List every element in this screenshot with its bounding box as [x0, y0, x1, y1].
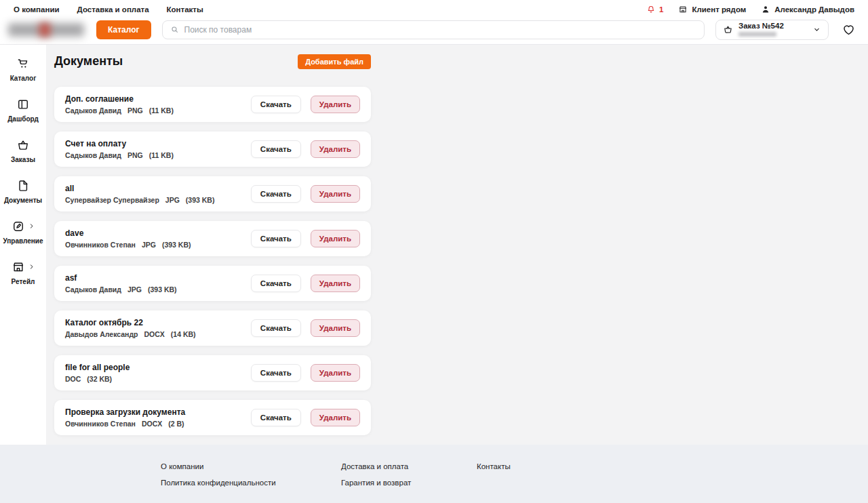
- notification-count: 1: [659, 5, 663, 14]
- order-selector-text: Заказ №542: [738, 22, 784, 37]
- footer-link[interactable]: Политика конфиденциальности: [161, 479, 276, 487]
- document-author: Супервайзер Супервайзер: [65, 196, 159, 204]
- order-date-blurred: [738, 32, 776, 37]
- document-card: Доп. соглашение Садыков Давид PNG (11 KB…: [54, 87, 371, 122]
- download-button[interactable]: Скачать: [251, 96, 301, 113]
- topnav-link[interactable]: Контакты: [167, 5, 203, 14]
- document-actions: Скачать Удалить: [251, 230, 360, 247]
- document-type: JPG: [165, 196, 180, 204]
- delete-button[interactable]: Удалить: [311, 230, 360, 247]
- document-author: Садыков Давид: [65, 151, 121, 159]
- main-header: Каталог Заказ №542: [0, 19, 868, 45]
- sidebar-item-catalog[interactable]: Каталог: [0, 49, 46, 89]
- footer-link[interactable]: Гарантия и возврат: [341, 479, 411, 487]
- document-meta: Супервайзер Супервайзер JPG (393 KB): [65, 196, 214, 204]
- document-icon: [16, 179, 30, 193]
- document-meta: Садыков Давид PNG (11 KB): [65, 151, 174, 159]
- sidebar-item-management[interactable]: Управление: [0, 212, 46, 252]
- document-actions: Скачать Удалить: [251, 319, 360, 337]
- document-author: Садыков Давид: [65, 285, 121, 294]
- download-button[interactable]: Скачать: [251, 319, 301, 337]
- document-info: asf Садыков Давид JPG (393 KB): [65, 273, 177, 294]
- sidebar-item-label: Каталог: [10, 75, 37, 82]
- download-button[interactable]: Скачать: [251, 185, 301, 203]
- document-type: JPG: [142, 241, 156, 249]
- sidebar-item-label: Документы: [4, 197, 42, 204]
- sidebar-item-dashboard[interactable]: Дашборд: [0, 89, 46, 130]
- search-icon: [170, 25, 179, 34]
- chevron-right-icon: [28, 223, 35, 229]
- document-type: DOCX: [142, 420, 162, 428]
- document-type: DOC: [65, 375, 81, 383]
- document-card: dave Овчинников Степан JPG (393 KB) Скач…: [54, 221, 371, 256]
- topnav-link[interactable]: Доставка и оплата: [77, 5, 149, 14]
- document-info: file for all people DOC (32 KB): [65, 363, 130, 383]
- order-selector[interactable]: Заказ №542: [715, 20, 829, 40]
- download-button[interactable]: Скачать: [251, 140, 301, 158]
- delete-button[interactable]: Удалить: [311, 96, 360, 113]
- sidebar-item-orders[interactable]: Заказы: [0, 130, 46, 171]
- footer-link[interactable]: Доставка и оплата: [341, 462, 411, 470]
- add-file-button[interactable]: Добавить файл: [298, 54, 371, 69]
- document-actions: Скачать Удалить: [251, 140, 360, 158]
- topbar-right: 1 Клиент рядом Александр Давыдов: [646, 5, 854, 14]
- delete-button[interactable]: Удалить: [311, 275, 360, 292]
- document-author: Садыков Давид: [65, 106, 121, 115]
- document-info: dave Овчинников Степан JPG (393 KB): [65, 228, 191, 249]
- search-input[interactable]: [184, 25, 697, 35]
- document-name: Каталог октябрь 22: [65, 318, 196, 327]
- download-button[interactable]: Скачать: [251, 275, 301, 292]
- delete-button[interactable]: Удалить: [311, 140, 360, 158]
- document-size: (14 KB): [171, 330, 196, 338]
- document-name: Проверка загрузки документа: [65, 407, 185, 417]
- footer-link[interactable]: О компании: [161, 462, 276, 470]
- document-type: PNG: [127, 151, 143, 159]
- document-size: (32 KB): [87, 375, 112, 383]
- sidebar-item-retail[interactable]: Ретейл: [0, 252, 46, 293]
- topnav-link[interactable]: О компании: [14, 5, 60, 14]
- catalog-button[interactable]: Каталог: [96, 20, 151, 39]
- sidebar: Каталог Дашборд Заказы: [0, 45, 46, 445]
- footer-link[interactable]: Контакты: [477, 462, 511, 470]
- bell-icon: [646, 5, 656, 14]
- search-bar[interactable]: [162, 20, 705, 39]
- document-info: Доп. соглашение Садыков Давид PNG (11 KB…: [65, 94, 174, 115]
- delete-button[interactable]: Удалить: [311, 409, 360, 426]
- user-menu[interactable]: Александр Давыдов: [761, 5, 854, 14]
- document-actions: Скачать Удалить: [251, 409, 360, 426]
- document-type: DOCX: [144, 330, 165, 338]
- cart-icon: [16, 57, 30, 71]
- download-button[interactable]: Скачать: [251, 230, 301, 247]
- sidebar-item-documents[interactable]: Документы: [0, 171, 46, 212]
- document-actions: Скачать Удалить: [251, 96, 360, 113]
- delete-button[interactable]: Удалить: [311, 185, 360, 203]
- document-meta: Овчинников Степан DOCX (2 B): [65, 420, 185, 428]
- chevron-right-icon: [28, 264, 35, 270]
- page-title-row: Документы Добавить файл: [54, 54, 371, 69]
- client-nearby[interactable]: Клиент рядом: [678, 5, 746, 14]
- dashboard-icon: [16, 98, 30, 111]
- delete-button[interactable]: Удалить: [311, 319, 360, 337]
- delete-button[interactable]: Удалить: [311, 364, 360, 382]
- edit-square-icon: [12, 220, 25, 233]
- user-icon: [761, 5, 770, 14]
- download-button[interactable]: Скачать: [251, 409, 301, 426]
- document-info: Проверка загрузки документа Овчинников С…: [65, 407, 185, 428]
- document-size: (11 KB): [149, 151, 174, 159]
- document-card: Проверка загрузки документа Овчинников С…: [54, 400, 371, 435]
- document-name: asf: [65, 273, 177, 283]
- document-author: Овчинников Степан: [65, 241, 136, 249]
- basket-icon: [16, 138, 30, 152]
- document-card: asf Садыков Давид JPG (393 KB) Скачать У…: [54, 266, 371, 301]
- heart-icon: [842, 22, 856, 37]
- document-name: all: [65, 184, 214, 193]
- store-logo[interactable]: [7, 20, 87, 40]
- download-button[interactable]: Скачать: [251, 364, 301, 382]
- notifications[interactable]: 1: [646, 5, 663, 14]
- document-card: Счет на оплату Садыков Давид PNG (11 KB)…: [54, 132, 371, 167]
- document-author: Овчинников Степан: [65, 420, 136, 428]
- document-info: Каталог октябрь 22 Давыдов Александр DOC…: [65, 318, 196, 338]
- document-card: file for all people DOC (32 KB) Скачать …: [54, 355, 371, 390]
- favorites-button[interactable]: [842, 22, 856, 37]
- document-name: dave: [65, 228, 191, 238]
